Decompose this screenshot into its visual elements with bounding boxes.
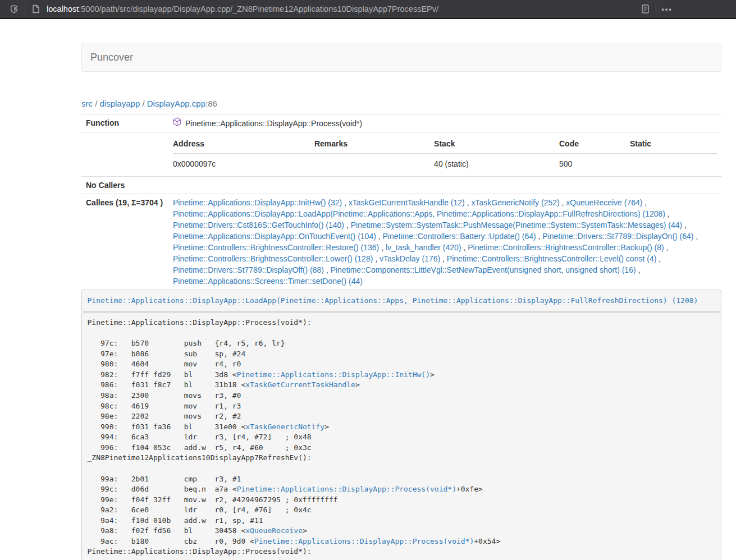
- callees-label: Callees (19, Σ=3704 ): [81, 194, 168, 290]
- callee-link[interactable]: Pinetime::Applications::Screens::Timer::…: [173, 277, 363, 286]
- callee-separator: ,: [344, 221, 351, 229]
- stats-header: Stack: [434, 135, 559, 154]
- callee-link[interactable]: Pinetime::Controllers::BrightnessControl…: [468, 243, 664, 252]
- callee-link[interactable]: Pinetime::Drivers::Cst816S::GetTouchInfo…: [173, 221, 344, 229]
- highlighted-callee-box: Pinetime::Applications::DisplayApp::Load…: [81, 290, 721, 312]
- stats-header: Remarks: [314, 135, 434, 154]
- callee-separator: ,: [694, 232, 698, 241]
- callee-separator: ,: [376, 232, 383, 241]
- callee-link[interactable]: Pinetime::Controllers::BrightnessControl…: [173, 243, 379, 252]
- code-symbol-link[interactable]: xQueueReceive: [245, 526, 303, 535]
- callee-separator: ,: [664, 243, 669, 252]
- url-bar[interactable]: localhost:5000/path/src/displayapp/Displ…: [47, 4, 438, 13]
- breadcrumb-link[interactable]: src: [81, 99, 93, 108]
- callee-separator: ,: [324, 265, 331, 274]
- page-container: Puncover src / displayapp / DisplayApp.c…: [81, 43, 721, 560]
- code-symbol-link[interactable]: xTaskGetCurrentTaskHandle: [245, 380, 355, 389]
- callee-link[interactable]: Pinetime::Controllers::Battery::Update()…: [383, 232, 536, 241]
- reader-mode-icon[interactable]: [638, 2, 652, 16]
- stats-header: Static: [630, 135, 717, 154]
- stats-value: 500: [559, 154, 630, 173]
- stats-table: AddressRemarksStackCodeStatic 0x0000097c…: [173, 135, 717, 173]
- function-cube-icon: [173, 117, 181, 129]
- toolbar-divider: [25, 4, 25, 14]
- stats-header: Code: [559, 135, 630, 154]
- callee-link[interactable]: Pinetime::Drivers::St7789::DisplayOn() (…: [542, 232, 693, 241]
- breadcrumb-link[interactable]: displayapp: [100, 99, 140, 108]
- stats-value: [630, 154, 717, 173]
- callee-link[interactable]: Pinetime::Controllers::BrightnessControl…: [173, 254, 373, 263]
- callee-link[interactable]: Pinetime::Applications::DisplayApp::Load…: [173, 209, 665, 218]
- callee-link[interactable]: vTaskDelay (176): [380, 254, 440, 263]
- function-label: Function: [81, 114, 168, 132]
- brand-title[interactable]: Puncover: [90, 52, 133, 63]
- code-symbol-link[interactable]: Pinetime::Applications::DisplayApp::Init…: [237, 370, 430, 379]
- disassembly-pre: Pinetime::Applications::DisplayApp::Proc…: [81, 312, 721, 560]
- more-menu-icon[interactable]: •••: [660, 2, 674, 16]
- callee-link[interactable]: Pinetime::Components::LittleVgl::SetNewT…: [331, 265, 636, 274]
- code-symbol-link[interactable]: Pinetime::Applications::DisplayApp::Proc…: [254, 537, 474, 545]
- callee-link[interactable]: Pinetime::Applications::DisplayApp::OnTo…: [173, 232, 376, 241]
- breadcrumb-link[interactable]: DisplayApp.cpp: [147, 99, 205, 108]
- stats-header: Address: [173, 135, 314, 154]
- code-symbol-label: Pinetime::Applications::DisplayApp::Proc…: [88, 547, 312, 556]
- code-symbol-link[interactable]: xTaskGenericNotify: [245, 423, 324, 431]
- callee-link[interactable]: Pinetime::Applications::DisplayApp::Init…: [173, 198, 342, 207]
- breadcrumb-separator: /: [140, 99, 147, 108]
- function-table: Function Pinetime::Applications::Display…: [81, 114, 721, 290]
- callees-list: Pinetime::Applications::DisplayApp::Init…: [168, 194, 721, 290]
- callee-separator: ,: [342, 198, 349, 207]
- table-row: Function Pinetime::Applications::Display…: [81, 114, 721, 132]
- callee-separator: ,: [682, 221, 687, 229]
- toolbar-divider: [656, 4, 656, 14]
- callee-separator: ,: [440, 254, 447, 263]
- callee-separator: ,: [465, 198, 472, 207]
- code-symbol-label: _ZN8Pinetime12Applications10DisplayApp7R…: [88, 453, 312, 462]
- callee-separator: ,: [379, 243, 386, 252]
- navbar: Puncover: [81, 43, 721, 72]
- url-host: localhost: [47, 4, 79, 13]
- stats-header-row: AddressRemarksStackCodeStatic: [173, 135, 717, 154]
- table-row: AddressRemarksStackCodeStatic 0x0000097c…: [81, 132, 721, 177]
- callee-separator: ,: [560, 198, 566, 207]
- breadcrumb: src / displayapp / DisplayApp.cpp:86: [81, 99, 721, 108]
- table-row: Callees (19, Σ=3704 ) Pinetime::Applicat…: [81, 194, 721, 290]
- shield-icon[interactable]: [7, 2, 21, 16]
- callee-link[interactable]: Pinetime::Controllers::BrightnessControl…: [447, 254, 656, 263]
- stats-value: 40 (static): [434, 154, 559, 173]
- page-info-icon[interactable]: [29, 2, 43, 16]
- stats-value: 0x0000097c: [173, 154, 314, 173]
- callee-link[interactable]: xTaskGenericNotify (252): [471, 198, 559, 207]
- code-symbol-link[interactable]: Pinetime::Applications::DisplayApp::Proc…: [237, 485, 456, 493]
- callee-separator: ,: [461, 243, 468, 252]
- callee-separator: ,: [656, 254, 661, 263]
- breadcrumb-line-number: :86: [205, 99, 217, 108]
- callee-separator: ,: [373, 254, 380, 263]
- url-path: :5000/path/src/displayapp/DisplayApp.cpp…: [79, 4, 438, 13]
- highlighted-callee-link[interactable]: Pinetime::Applications::DisplayApp::Load…: [88, 296, 698, 305]
- callee-separator: ,: [636, 265, 641, 274]
- no-callers-label: No Callers: [81, 177, 168, 194]
- callee-link[interactable]: Pinetime::System::SystemTask::PushMessag…: [351, 221, 683, 229]
- callee-link[interactable]: lv_task_handler (420): [386, 243, 461, 252]
- callee-separator: ,: [665, 209, 670, 218]
- callee-separator: ,: [642, 198, 647, 207]
- callee-link[interactable]: xQueueReceive (764): [566, 198, 642, 207]
- callee-separator: ,: [536, 232, 543, 241]
- callee-link[interactable]: Pinetime::Drivers::St7789::DisplayOff() …: [173, 265, 324, 274]
- code-symbol-label: Pinetime::Applications::DisplayApp::Proc…: [88, 318, 312, 327]
- table-row: No Callers: [81, 177, 721, 194]
- breadcrumb-separator: /: [93, 99, 100, 108]
- browser-toolbar: localhost:5000/path/src/displayapp/Displ…: [0, 0, 736, 19]
- callee-link[interactable]: xTaskGetCurrentTaskHandle (12): [349, 198, 465, 207]
- stats-value-row: 0x0000097c40 (static)500: [173, 154, 717, 173]
- function-name: Pinetime::Applications::DisplayApp::Proc…: [185, 118, 362, 129]
- stats-value: [314, 154, 434, 173]
